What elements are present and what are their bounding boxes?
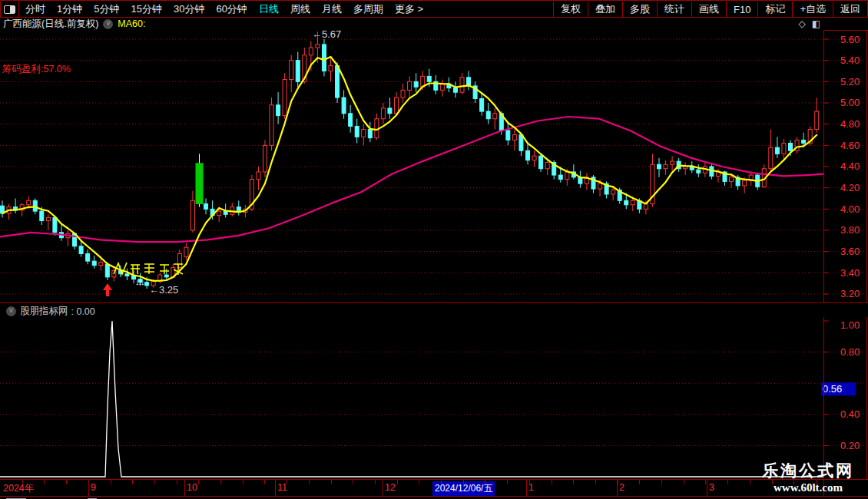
week-tick bbox=[132, 480, 133, 484]
toolbar-actions: 复权 叠加 多股 统计 画线 F10 标记 +自选 返回 bbox=[553, 2, 868, 18]
tab-15min[interactable]: 15分钟 bbox=[131, 2, 161, 16]
tab-1min[interactable]: 1分钟 bbox=[57, 2, 82, 16]
header-corner-icons: ◇ ◧ bbox=[798, 18, 820, 29]
panel-divider bbox=[0, 302, 868, 303]
month-boundary-line bbox=[383, 480, 383, 496]
week-tick bbox=[66, 480, 67, 484]
highlighted-axis-value: 0.56 bbox=[823, 383, 842, 395]
collapse-chevron-icon[interactable]: ˅ bbox=[6, 306, 16, 316]
tab-weekly[interactable]: 周线 bbox=[290, 2, 310, 16]
week-tick bbox=[353, 480, 353, 484]
week-tick bbox=[485, 480, 485, 484]
collapse-chevron-icon[interactable]: ˅ bbox=[103, 19, 113, 29]
price-tick-label: 4.00 bbox=[840, 203, 860, 215]
mark-button[interactable]: 标记 bbox=[757, 2, 792, 18]
overlay-button[interactable]: 叠加 bbox=[588, 2, 622, 18]
month-boundary-line bbox=[707, 480, 707, 496]
tab-more[interactable]: 更多 > bbox=[395, 2, 423, 16]
week-tick bbox=[154, 480, 155, 484]
week-tick bbox=[111, 480, 111, 484]
indicator-name: 股朋指标网 bbox=[20, 305, 68, 318]
tab-daily[interactable]: 日线 bbox=[259, 2, 279, 16]
week-tick bbox=[595, 480, 596, 484]
high-price-annotation: ←5.67 bbox=[312, 28, 341, 40]
week-tick bbox=[727, 480, 728, 484]
draw-line-button[interactable]: 画线 bbox=[691, 2, 726, 18]
watermark-url: www.60lt.com bbox=[762, 481, 854, 494]
week-tick bbox=[441, 480, 442, 484]
month-label: 2 bbox=[619, 482, 624, 493]
week-tick bbox=[684, 480, 684, 484]
f10-button[interactable]: F10 bbox=[726, 2, 757, 18]
month-boundary-line bbox=[526, 480, 527, 496]
tab-monthly[interactable]: 月线 bbox=[322, 2, 342, 16]
week-tick bbox=[573, 480, 574, 484]
indicator-sub-chart[interactable]: 1.000.800.400.200.56 bbox=[0, 317, 868, 479]
add-watchlist-button[interactable]: +自选 bbox=[792, 2, 833, 18]
back-button[interactable]: 返回 bbox=[833, 2, 868, 18]
fuquan-button[interactable]: 复权 bbox=[553, 2, 588, 18]
week-tick bbox=[243, 480, 244, 484]
price-tick-label: 4.80 bbox=[840, 118, 860, 130]
week-tick bbox=[220, 480, 221, 484]
diamond-icon[interactable]: ◇ bbox=[798, 18, 805, 29]
price-tick-label: 5.40 bbox=[840, 55, 860, 66]
week-tick bbox=[331, 480, 332, 484]
week-tick bbox=[264, 480, 265, 484]
week-tick bbox=[463, 480, 464, 484]
week-tick bbox=[661, 480, 662, 484]
indicator-tick-label: 0.80 bbox=[840, 346, 860, 358]
tab-5min[interactable]: 5分钟 bbox=[94, 2, 119, 16]
month-boundary-line bbox=[275, 480, 276, 496]
tab-30min[interactable]: 30分钟 bbox=[174, 2, 204, 16]
week-tick bbox=[177, 480, 177, 484]
date-axis[interactable]: 2024年 2024/12/06/五 9101112123 bbox=[0, 480, 868, 497]
illegible-yellow-paint-text bbox=[112, 259, 192, 279]
indicator-tick-label: 1.00 bbox=[840, 319, 860, 331]
month-label: 10 bbox=[187, 482, 197, 493]
period-tabs: 分时 1分钟 5分钟 15分钟 30分钟 60分钟 日线 周线 月线 多周期 更… bbox=[19, 2, 553, 16]
month-label: 1 bbox=[528, 482, 534, 493]
month-boundary-line bbox=[184, 480, 185, 496]
tab-60min[interactable]: 60分钟 bbox=[216, 2, 247, 16]
month-label: 12 bbox=[385, 482, 396, 493]
price-tick-label: 3.20 bbox=[840, 288, 860, 299]
window-split-icon bbox=[4, 5, 15, 14]
week-tick bbox=[375, 480, 376, 484]
chip-profit-label: 筹码盈利:57.0% bbox=[2, 63, 71, 76]
sub-panel-header: ˅ 股朋指标网 : 0.00 bbox=[2, 305, 95, 318]
week-tick bbox=[44, 480, 45, 484]
indicator-value: : 0.00 bbox=[71, 306, 95, 317]
tab-multi-period[interactable]: 多周期 bbox=[353, 2, 383, 16]
tab-fenshi[interactable]: 分时 bbox=[25, 2, 45, 16]
week-tick bbox=[750, 480, 750, 484]
watermark-name: 乐淘公式网 bbox=[762, 460, 854, 481]
week-tick bbox=[198, 480, 199, 484]
window-layout-button[interactable] bbox=[0, 2, 19, 18]
year-label: 2024年 bbox=[3, 482, 34, 495]
site-watermark: 乐淘公式网 www.60lt.com bbox=[762, 460, 854, 494]
indicator-tick-label: 0.40 bbox=[840, 408, 860, 420]
indicator-tick-label: 0.20 bbox=[840, 440, 860, 451]
period-toolbar: 分时 1分钟 5分钟 15分钟 30分钟 60分钟 日线 周线 月线 多周期 更… bbox=[0, 2, 868, 18]
low-price-annotation: ←3.25 bbox=[149, 284, 178, 296]
price-tick-label: 4.40 bbox=[840, 160, 860, 172]
month-boundary-line bbox=[88, 480, 89, 496]
week-tick bbox=[507, 480, 508, 484]
month-boundary-line bbox=[617, 480, 618, 496]
month-label: 9 bbox=[91, 482, 96, 493]
stock-title: 广西能源(日线.前复权) bbox=[3, 18, 98, 31]
price-tick-label: 3.40 bbox=[840, 267, 860, 279]
pane-icon[interactable]: ◧ bbox=[812, 18, 820, 29]
buy-signal-arrow-icon bbox=[103, 283, 112, 297]
week-tick bbox=[639, 480, 640, 484]
price-tick-label: 4.60 bbox=[840, 140, 860, 151]
week-tick bbox=[419, 480, 419, 484]
week-tick bbox=[552, 480, 552, 484]
month-label: 11 bbox=[277, 482, 287, 493]
statistics-button[interactable]: 统计 bbox=[657, 2, 691, 18]
week-tick bbox=[309, 480, 310, 484]
week-tick bbox=[397, 480, 398, 484]
price-tick-label: 5.20 bbox=[840, 76, 860, 88]
multi-stock-button[interactable]: 多股 bbox=[622, 2, 657, 18]
